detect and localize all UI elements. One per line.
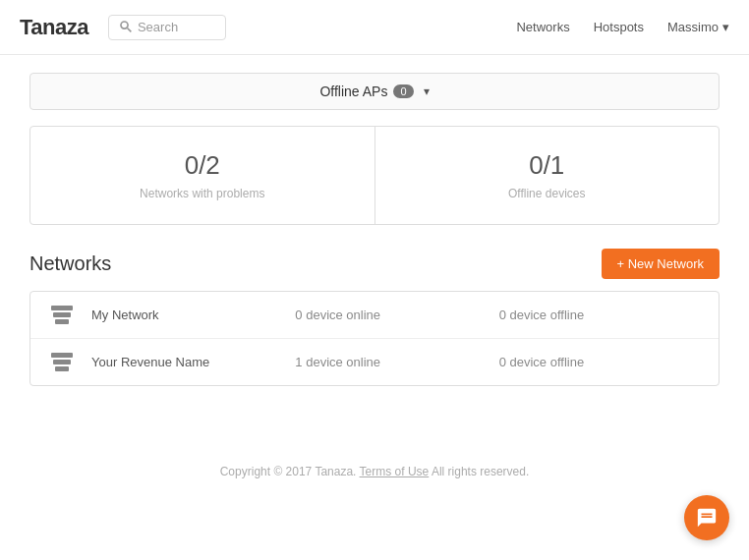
chat-bubble-button[interactable] — [684, 495, 729, 540]
stats-row: 0/2 Networks with problems 0/1 Offline d… — [29, 126, 720, 225]
network-online-count: 1 device online — [295, 355, 498, 369]
logo: Tanaza — [20, 15, 88, 40]
footer-text: Copyright © 2017 Tanaza. — [220, 465, 357, 478]
new-network-button[interactable]: + New Network — [602, 249, 720, 279]
nav: Networks Hotspots Massimo ▾ — [516, 20, 729, 34]
header: Tanaza Search Networks Hotspots Massimo … — [0, 0, 749, 55]
footer-terms-link[interactable]: Terms of Use — [360, 465, 430, 478]
network-online-count: 0 device online — [295, 308, 498, 322]
offline-label: Offline APs — [319, 84, 387, 99]
stat-offline-devices: 0/1 Offline devices — [375, 127, 720, 224]
network-stack-icon — [46, 306, 78, 324]
network-table: My Network 0 device online 0 device offl… — [29, 291, 720, 386]
chat-icon — [696, 507, 718, 529]
nav-user[interactable]: Massimo ▾ — [667, 20, 729, 34]
chevron-down-icon: ▾ — [722, 20, 729, 34]
network-name: Your Revenue Name — [91, 355, 295, 369]
network-row[interactable]: Your Revenue Name 1 device online 0 devi… — [30, 339, 719, 385]
network-stack-icon — [46, 353, 78, 371]
network-name: My Network — [91, 308, 295, 322]
nav-username: Massimo — [667, 20, 719, 34]
nav-networks[interactable]: Networks — [516, 20, 569, 34]
network-row[interactable]: My Network 0 device online 0 device offl… — [30, 292, 719, 339]
svg-point-0 — [121, 21, 128, 28]
offline-count-badge: 0 — [393, 84, 413, 98]
networks-section-header: Networks + New Network — [29, 249, 720, 279]
networks-title: Networks — [29, 252, 111, 275]
search-label: Search — [138, 20, 178, 34]
offline-dropdown-arrow: ▾ — [424, 84, 430, 98]
footer: Copyright © 2017 Tanaza. Terms of Use Al… — [0, 445, 749, 498]
stat-offline-devices-label: Offline devices — [395, 187, 700, 200]
network-offline-count: 0 device offline — [499, 355, 703, 369]
nav-hotspots[interactable]: Hotspots — [594, 20, 644, 34]
footer-suffix: All rights reserved. — [432, 465, 529, 478]
stat-networks-problems: 0/2 Networks with problems — [30, 127, 375, 224]
offline-alert-bar[interactable]: Offline APs 0 ▾ — [29, 73, 720, 110]
network-offline-count: 0 device offline — [499, 308, 703, 322]
stat-networks-problems-value: 0/2 — [50, 150, 355, 181]
stat-networks-problems-label: Networks with problems — [50, 187, 355, 200]
svg-line-1 — [127, 28, 131, 31]
search-box[interactable]: Search — [108, 15, 226, 40]
search-icon — [119, 20, 132, 35]
stat-offline-devices-value: 0/1 — [395, 150, 700, 181]
